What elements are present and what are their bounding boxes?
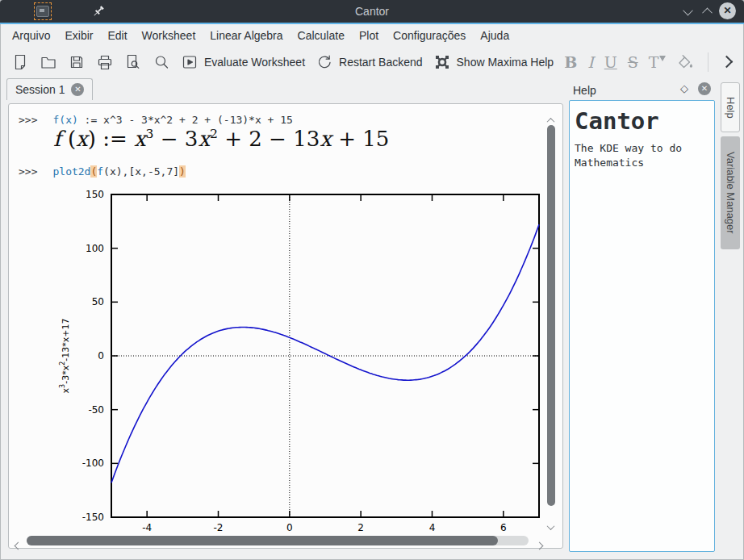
bold-icon: B [564, 53, 577, 71]
paint-bucket-icon [676, 53, 694, 71]
help-close-icon[interactable]: ✕ [698, 82, 711, 95]
save-icon [68, 53, 86, 71]
maximize-button[interactable] [701, 6, 713, 16]
plot-image: -4-20246-150-100-50050100150x3-3*x2-13*x… [49, 185, 545, 537]
text-color-button[interactable]: T [649, 50, 667, 74]
new-worksheet-button[interactable] [11, 50, 29, 74]
menu-arquivo[interactable]: Arquivo [5, 26, 57, 45]
menubar: ArquivoExibirEditWorksheetLinear Algebra… [0, 24, 744, 46]
help-body-text: The KDE way to do Mathematics [570, 135, 702, 169]
code-token: (x),[x,-5,7] [103, 165, 179, 178]
underline-icon: U [604, 53, 617, 71]
menu-configurações[interactable]: Configurações [386, 26, 473, 45]
svg-text:50: 50 [92, 296, 104, 307]
svg-text:4: 4 [429, 522, 436, 533]
open-folder-icon [40, 53, 57, 71]
find-button[interactable] [153, 50, 170, 74]
code-token: f [97, 165, 103, 178]
svg-text:-100: -100 [82, 458, 104, 469]
command-entry[interactable]: >>>f(x) := x^3 - 3*x^2 + 2 + (-13)*x + 1… [19, 114, 293, 126]
menu-worksheet[interactable]: Worksheet [135, 26, 203, 45]
bold-button[interactable]: B [564, 50, 577, 74]
tab-session-1[interactable]: Session 1 ✕ [6, 78, 93, 100]
evaluate-icon [181, 53, 199, 71]
format-button-group: BIUST [564, 50, 666, 74]
print-button[interactable] [96, 50, 114, 74]
strikethrough-icon: S [628, 53, 638, 71]
titlebar[interactable]: Cantor ✕ [0, 0, 744, 23]
svg-text:x3-3*x2-13*x+17: x3-3*x2-13*x+17 [59, 319, 71, 394]
svg-text:150: 150 [86, 189, 104, 200]
command-code: f(x) := x^3 - 3*x^2 + 2 + (-13)*x + 15 [52, 114, 292, 126]
svg-text:0: 0 [98, 350, 104, 361]
tab-close-icon[interactable]: ✕ [71, 83, 84, 96]
prompt: >>> [19, 165, 37, 178]
svg-text:6: 6 [500, 522, 507, 533]
italic-button[interactable]: I [587, 50, 594, 74]
color-drop-icon [659, 56, 666, 61]
new-document-icon [11, 53, 29, 71]
svg-text:-4: -4 [142, 522, 152, 533]
help-panel-header[interactable]: Help ◇ ✕ [569, 81, 717, 100]
menu-edit[interactable]: Edit [100, 26, 134, 45]
code-token: plot2d [52, 165, 90, 178]
window-title: Cantor [0, 0, 744, 23]
scroll-down-icon[interactable] [548, 519, 554, 533]
print-preview-button[interactable] [124, 50, 142, 74]
side-tab-variable-manager[interactable]: Variable Manager [721, 136, 740, 249]
code-token: ) [179, 165, 186, 178]
prompt: >>> [19, 114, 37, 126]
menu-calculate[interactable]: Calculate [290, 26, 352, 45]
restart-backend-label: Restart Backend [339, 56, 423, 69]
underline-button[interactable]: U [604, 50, 617, 74]
rendered-formula: f (x) := x3 − 3x2 + 2 − 13x + 15 [53, 127, 389, 151]
tab-label: Session 1 [15, 83, 65, 96]
side-tab-help[interactable]: Help [721, 82, 740, 132]
svg-text:-2: -2 [214, 522, 224, 533]
print-icon [96, 53, 114, 71]
svg-text:0: 0 [286, 522, 293, 533]
tabbar: Session 1 ✕ [0, 77, 565, 100]
horizontal-scrollbar[interactable] [15, 535, 548, 546]
scroll-left-icon[interactable] [15, 537, 21, 552]
text-color-icon: T [649, 53, 659, 71]
close-button[interactable]: ✕ [719, 2, 736, 19]
command-entry[interactable]: >>>plot2d(f(x),[x,-5,7]) [19, 165, 186, 178]
strikethrough-button[interactable]: S [628, 50, 638, 74]
minimize-button[interactable] [682, 6, 693, 16]
worksheet-panel[interactable]: >>>f(x) := x^3 - 3*x^2 + 2 + (-13)*x + 1… [8, 103, 563, 549]
menu-ajuda[interactable]: Ajuda [473, 26, 516, 45]
float-panel-icon[interactable]: ◇ [680, 82, 688, 94]
cantor-window: Cantor ✕ ArquivoExibirEditWorksheetLinea… [0, 0, 744, 560]
code-token: f(x) [52, 114, 77, 126]
print-preview-icon [124, 53, 142, 71]
svg-text:2: 2 [357, 522, 364, 533]
restart-backend-button[interactable]: Restart Backend [316, 50, 423, 74]
code-token: := x^3 - 3*x^2 + 2 + (-13)*x + 15 [78, 114, 293, 126]
horizontal-scrollbar-thumb[interactable] [27, 536, 498, 545]
evaluate-worksheet-button[interactable]: Evaluate Worksheet [181, 50, 305, 74]
toolbar-overflow-button[interactable] [722, 50, 731, 74]
menu-plot[interactable]: Plot [352, 26, 386, 45]
scroll-right-icon[interactable] [537, 537, 542, 552]
restart-icon [316, 53, 333, 71]
help-panel: Help ◇ ✕ Cantor The KDE way to do Mathem… [569, 81, 717, 554]
save-worksheet-button[interactable] [68, 50, 86, 74]
vertical-scrollbar-thumb[interactable] [547, 125, 555, 506]
fill-color-button[interactable] [676, 50, 694, 74]
show-maxima-help-label: Show Maxima Help [457, 56, 554, 69]
toolbar-separator [708, 52, 708, 72]
svg-text:100: 100 [86, 243, 104, 254]
help-panel-content: Cantor The KDE way to do Mathematics [569, 100, 715, 552]
menu-linear-algebra[interactable]: Linear Algebra [203, 26, 290, 45]
vertical-scrollbar[interactable] [546, 109, 556, 530]
menu-exibir[interactable]: Exibir [57, 26, 100, 45]
show-maxima-help-button[interactable]: Show Maxima Help [433, 50, 554, 74]
open-worksheet-button[interactable] [40, 50, 57, 74]
help-panel-title: Help [573, 84, 596, 97]
chevron-right-icon [721, 56, 734, 69]
italic-icon: I [587, 53, 594, 71]
search-icon [153, 53, 170, 71]
maxima-help-icon [433, 53, 451, 71]
svg-text:-50: -50 [88, 404, 104, 416]
